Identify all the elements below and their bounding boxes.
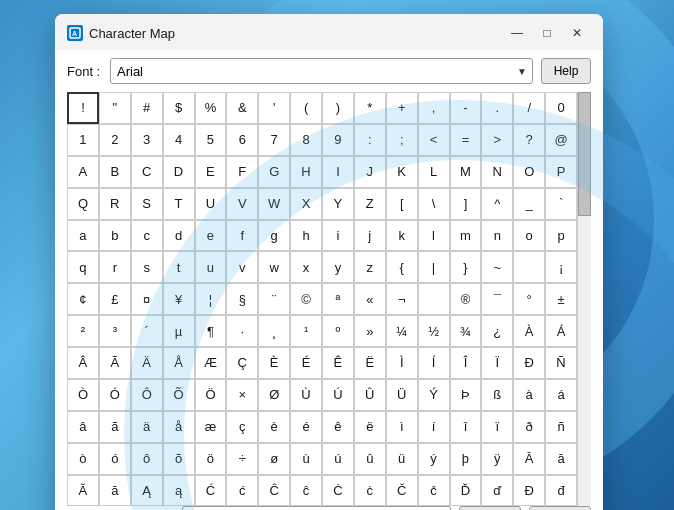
char-cell[interactable]: @: [545, 124, 577, 156]
help-button[interactable]: Help: [541, 58, 591, 84]
char-cell[interactable]: :: [354, 124, 386, 156]
char-cell[interactable]: ĉ: [290, 475, 322, 507]
char-cell[interactable]: Á: [545, 315, 577, 347]
char-cell[interactable]: S: [131, 188, 163, 220]
char-cell[interactable]: i: [322, 220, 354, 252]
char-cell[interactable]: d: [163, 220, 195, 252]
maximize-button[interactable]: □: [533, 22, 561, 44]
char-cell[interactable]: ©: [290, 283, 322, 315]
char-cell[interactable]: ì: [386, 411, 418, 443]
char-cell[interactable]: e: [195, 220, 227, 252]
copy-button[interactable]: Copy: [529, 506, 591, 510]
char-cell[interactable]: ,: [418, 92, 450, 124]
char-cell[interactable]: t: [163, 251, 195, 283]
char-cell[interactable]: |: [418, 251, 450, 283]
char-cell[interactable]: è: [258, 411, 290, 443]
char-cell[interactable]: Đ: [513, 475, 545, 507]
char-cell[interactable]: (: [290, 92, 322, 124]
char-cell[interactable]: m: [450, 220, 482, 252]
char-cell[interactable]: 2: [99, 124, 131, 156]
char-cell[interactable]: l: [418, 220, 450, 252]
char-cell[interactable]: ç: [226, 411, 258, 443]
char-cell[interactable]: P: [545, 156, 577, 188]
close-button[interactable]: ✕: [563, 22, 591, 44]
char-cell[interactable]: ¥: [163, 283, 195, 315]
char-cell[interactable]: Ô: [131, 379, 163, 411]
char-cell[interactable]: Û: [354, 379, 386, 411]
char-cell[interactable]: Ò: [67, 379, 99, 411]
char-cell[interactable]: 1: [67, 124, 99, 156]
char-cell[interactable]: F: [226, 156, 258, 188]
char-cell[interactable]: W: [258, 188, 290, 220]
char-cell[interactable]: A: [67, 156, 99, 188]
char-cell[interactable]: ó: [99, 443, 131, 475]
char-cell[interactable]: ä: [131, 411, 163, 443]
char-cell[interactable]: ¶: [195, 315, 227, 347]
char-cell[interactable]: Î: [450, 347, 482, 379]
char-cell[interactable]: ": [99, 92, 131, 124]
char-cell[interactable]: ®: [450, 283, 482, 315]
char-cell[interactable]: /: [513, 92, 545, 124]
char-cell[interactable]: 7: [258, 124, 290, 156]
char-cell[interactable]: &: [226, 92, 258, 124]
char-cell[interactable]: [513, 251, 545, 283]
char-cell[interactable]: ÿ: [481, 443, 513, 475]
char-cell[interactable]: ¾: [450, 315, 482, 347]
char-cell[interactable]: E: [195, 156, 227, 188]
char-cell[interactable]: ': [258, 92, 290, 124]
char-cell[interactable]: #: [131, 92, 163, 124]
char-cell[interactable]: O: [513, 156, 545, 188]
char-cell[interactable]: Ă: [67, 475, 99, 507]
scrollbar-thumb[interactable]: [578, 92, 591, 216]
font-select[interactable]: Arial: [110, 58, 533, 84]
chars-to-copy-input[interactable]: [182, 506, 451, 510]
char-cell[interactable]: n: [481, 220, 513, 252]
char-cell[interactable]: ë: [354, 411, 386, 443]
char-cell[interactable]: À: [513, 315, 545, 347]
char-cell[interactable]: *: [354, 92, 386, 124]
char-cell[interactable]: z: [354, 251, 386, 283]
char-cell[interactable]: <: [418, 124, 450, 156]
char-cell[interactable]: ¤: [131, 283, 163, 315]
char-cell[interactable]: ý: [418, 443, 450, 475]
char-cell[interactable]: þ: [450, 443, 482, 475]
char-cell[interactable]: Č: [386, 475, 418, 507]
char-cell[interactable]: ): [322, 92, 354, 124]
char-cell[interactable]: ċ: [354, 475, 386, 507]
char-cell[interactable]: G: [258, 156, 290, 188]
char-cell[interactable]: 8: [290, 124, 322, 156]
char-cell[interactable]: «: [354, 283, 386, 315]
char-cell[interactable]: Ã: [99, 347, 131, 379]
char-cell[interactable]: ×: [226, 379, 258, 411]
char-cell[interactable]: Ď: [450, 475, 482, 507]
char-cell[interactable]: ù: [290, 443, 322, 475]
char-cell[interactable]: É: [290, 347, 322, 379]
char-cell[interactable]: Þ: [450, 379, 482, 411]
char-cell[interactable]: v: [226, 251, 258, 283]
char-cell[interactable]: Ó: [99, 379, 131, 411]
char-cell[interactable]: ¨: [258, 283, 290, 315]
char-cell[interactable]: j: [354, 220, 386, 252]
char-cell[interactable]: 9: [322, 124, 354, 156]
char-cell[interactable]: q: [67, 251, 99, 283]
char-cell[interactable]: ]: [450, 188, 482, 220]
char-cell[interactable]: ;: [386, 124, 418, 156]
char-cell[interactable]: _: [513, 188, 545, 220]
char-cell[interactable]: æ: [195, 411, 227, 443]
char-cell[interactable]: Ð: [513, 347, 545, 379]
char-cell[interactable]: -: [450, 92, 482, 124]
char-cell[interactable]: ²: [67, 315, 99, 347]
char-cell[interactable]: ¹: [290, 315, 322, 347]
char-cell[interactable]: ¢: [67, 283, 99, 315]
char-cell[interactable]: >: [481, 124, 513, 156]
char-cell[interactable]: ü: [386, 443, 418, 475]
char-cell[interactable]: Ç: [226, 347, 258, 379]
char-cell[interactable]: ·: [226, 315, 258, 347]
char-cell[interactable]: L: [418, 156, 450, 188]
char-cell[interactable]: Ā: [513, 443, 545, 475]
char-cell[interactable]: é: [290, 411, 322, 443]
char-cell[interactable]: ñ: [545, 411, 577, 443]
char-cell[interactable]: ò: [67, 443, 99, 475]
char-cell[interactable]: à: [513, 379, 545, 411]
char-cell[interactable]: î: [450, 411, 482, 443]
